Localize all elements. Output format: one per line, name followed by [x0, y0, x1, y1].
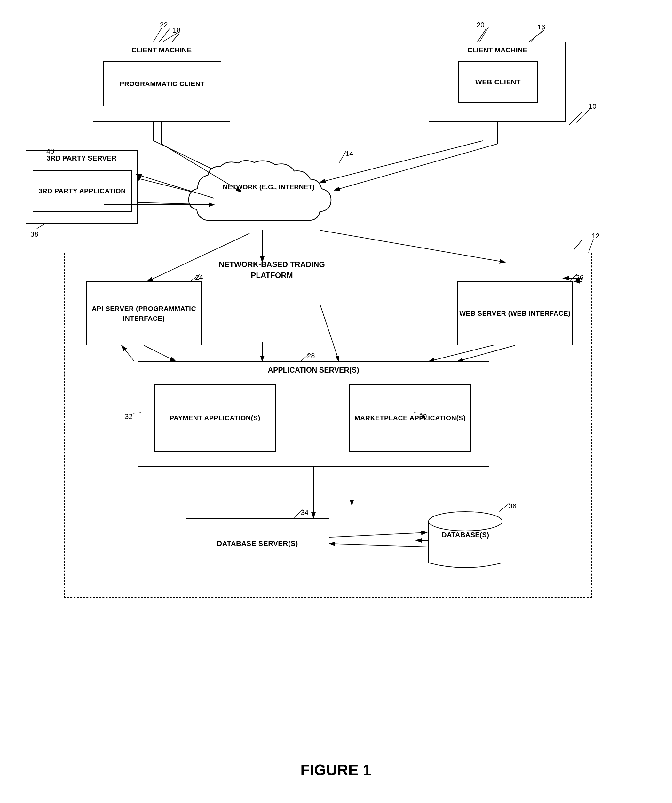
ref-10: 10: [589, 102, 596, 111]
svg-line-35: [576, 109, 590, 123]
network-cloud-svg: [185, 157, 352, 237]
ref-28: 28: [307, 352, 315, 360]
third-party-app-box: 3RD PARTY APPLICATION: [33, 170, 132, 212]
web-client-box: WEB CLIENT: [458, 62, 538, 103]
svg-line-23: [574, 240, 582, 249]
app-servers-label: APPLICATION SERVER(S): [138, 366, 489, 374]
ref-38: 38: [30, 230, 38, 239]
client-machine-left-label: CLIENT MACHINE: [93, 46, 229, 54]
svg-point-28: [429, 512, 502, 531]
ref-30: 30: [419, 413, 427, 421]
network-cloud-container: NETWORK (E.G., INTERNET): [185, 157, 352, 237]
ref-12: 12: [592, 232, 599, 240]
ref-36: 36: [509, 502, 516, 510]
database-server-box: DATABASE SERVER(S): [185, 518, 329, 569]
databases-container: DATABASE(S): [425, 509, 505, 572]
svg-line-50: [334, 144, 497, 190]
svg-line-31: [153, 27, 162, 42]
ref-34: 34: [301, 509, 308, 517]
diagram: CLIENT MACHINE PROGRAMMATIC CLIENT 22 18…: [0, 0, 672, 803]
ref-18: 18: [173, 26, 181, 34]
network-label: NETWORK (E.G., INTERNET): [195, 182, 342, 192]
ref-22: 22: [160, 21, 168, 29]
client-machine-left-outer: CLIENT MACHINE PROGRAMMATIC CLIENT: [93, 42, 230, 122]
third-party-server-outer: 3RD PARTY SERVER 3RD PARTY APPLICATION: [26, 150, 138, 224]
api-server-box: API SERVER (PROGRAMMATIC INTERFACE): [86, 281, 202, 345]
svg-line-22: [569, 112, 582, 125]
svg-line-5: [477, 29, 486, 43]
platform-label: NETWORK-BASED TRADING PLATFORM: [208, 259, 336, 280]
programmatic-client-box: PROGRAMMATIC CLIENT: [103, 62, 221, 106]
svg-line-33: [480, 27, 488, 42]
svg-line-37: [37, 224, 45, 229]
client-machine-right-outer: CLIENT MACHINE WEB CLIENT: [429, 42, 566, 122]
ref-26: 26: [576, 273, 583, 282]
ref-20: 20: [477, 21, 484, 29]
ref-32: 32: [125, 413, 132, 421]
svg-line-39: [589, 239, 593, 253]
ref-40: 40: [46, 147, 54, 155]
app-servers-outer: APPLICATION SERVER(S) PAYMENT APPLICATIO…: [138, 361, 489, 467]
marketplace-app-box: MARKETPLACE APPLICATION(S): [349, 384, 471, 452]
database-cylinder-svg: [425, 509, 505, 572]
payment-app-box: PAYMENT APPLICATION(S): [154, 384, 276, 452]
web-server-box: WEB SERVER (WEB INTERFACE): [457, 281, 573, 345]
figure-label: FIGURE 1: [256, 761, 416, 779]
third-party-server-label: 3RD PARTY SERVER: [26, 154, 137, 163]
svg-line-3: [158, 29, 169, 43]
ref-14: 14: [345, 150, 353, 158]
client-machine-right-label: CLIENT MACHINE: [429, 46, 566, 54]
databases-label: DATABASE(S): [425, 531, 505, 539]
ref-16: 16: [537, 23, 545, 31]
ref-24: 24: [195, 273, 203, 282]
